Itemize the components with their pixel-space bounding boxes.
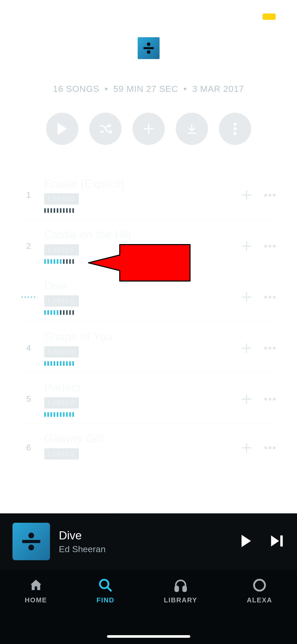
plus-icon bbox=[142, 122, 155, 136]
now-playing-indicator: ····· bbox=[21, 292, 36, 302]
svg-rect-2 bbox=[277, 15, 278, 18]
svg-point-19 bbox=[269, 398, 271, 400]
search-icon bbox=[98, 578, 113, 592]
track-actions bbox=[240, 240, 276, 252]
more-horizontal-icon bbox=[264, 398, 276, 401]
more-horizontal-icon bbox=[264, 296, 276, 299]
play-button[interactable] bbox=[46, 113, 78, 145]
album-meta: 16 SONGS • 59 MIN 27 SEC • 3 MAR 2017 bbox=[0, 84, 297, 94]
track-more-button[interactable] bbox=[264, 240, 276, 252]
svg-point-16 bbox=[269, 347, 271, 349]
home-indicator[interactable] bbox=[107, 635, 190, 638]
track-row[interactable]: 1Eraser [Explicit]LYRICS bbox=[21, 168, 276, 219]
track-title: Galway Girl bbox=[44, 432, 232, 445]
svg-point-22 bbox=[269, 446, 271, 449]
tab-label: ALEXA bbox=[247, 596, 272, 604]
meta-release-date: 3 MAR 2017 bbox=[192, 84, 244, 94]
status-icons bbox=[231, 11, 279, 22]
track-row[interactable]: 4Shape of YouLYRICS bbox=[21, 321, 276, 372]
track-body: Castle on the HillLYRICS bbox=[44, 228, 232, 264]
track-number: 6 bbox=[21, 443, 36, 452]
svg-point-28 bbox=[254, 580, 265, 591]
now-playing-controls bbox=[240, 534, 284, 549]
track-add-button[interactable] bbox=[240, 240, 253, 252]
tab-library[interactable]: LIBRARY bbox=[164, 578, 197, 604]
lyrics-badge: LYRICS bbox=[44, 244, 79, 256]
svg-rect-27 bbox=[183, 586, 186, 591]
back-button[interactable] bbox=[8, 35, 26, 53]
download-icon bbox=[185, 122, 198, 135]
now-playing-artist: Ed Sheeran bbox=[59, 544, 231, 554]
next-track-icon bbox=[270, 535, 284, 547]
track-row[interactable]: 2Castle on the HillLYRICS bbox=[21, 219, 276, 270]
download-button[interactable] bbox=[176, 113, 208, 145]
lyrics-badge: LYRICS bbox=[44, 295, 79, 307]
svg-point-13 bbox=[269, 296, 271, 298]
add-button[interactable] bbox=[132, 113, 165, 145]
track-title: Dive bbox=[44, 279, 232, 292]
now-playing-title: Dive bbox=[59, 529, 231, 542]
more-horizontal-icon bbox=[264, 446, 276, 449]
track-list[interactable]: 1Eraser [Explicit]LYRICS2Castle on the H… bbox=[0, 168, 297, 469]
header-album-art[interactable] bbox=[138, 37, 160, 59]
popularity-bars bbox=[44, 208, 232, 213]
more-horizontal-icon bbox=[264, 347, 276, 350]
track-add-button[interactable] bbox=[240, 442, 253, 454]
track-more-button[interactable] bbox=[264, 342, 276, 354]
svg-point-20 bbox=[273, 398, 276, 400]
tab-label: HOME bbox=[25, 596, 47, 604]
airplane-mode-icon bbox=[231, 11, 242, 22]
svg-point-7 bbox=[269, 194, 271, 196]
svg-point-6 bbox=[264, 194, 267, 196]
more-button[interactable] bbox=[219, 113, 251, 145]
now-playing-bar[interactable]: Dive Ed Sheeran bbox=[0, 513, 297, 570]
shuffle-button[interactable] bbox=[89, 113, 122, 145]
track-more-button[interactable] bbox=[264, 291, 276, 303]
track-body: PerfectLYRICS bbox=[44, 381, 232, 417]
tab-home[interactable]: HOME bbox=[25, 578, 47, 604]
track-more-button[interactable] bbox=[264, 189, 276, 201]
now-playing-next-button[interactable] bbox=[270, 535, 284, 548]
nav-header bbox=[0, 29, 297, 68]
track-title: Perfect bbox=[44, 381, 232, 394]
meta-songs: 16 SONGS bbox=[53, 84, 99, 94]
track-body: DiveLYRICS bbox=[44, 279, 232, 315]
now-playing-art[interactable] bbox=[12, 523, 50, 560]
tab-find[interactable]: FIND bbox=[97, 578, 115, 604]
track-number: 5 bbox=[21, 394, 36, 404]
track-add-button[interactable] bbox=[240, 291, 253, 303]
track-add-button[interactable] bbox=[240, 342, 253, 354]
popularity-bars bbox=[44, 310, 232, 315]
track-body: Galway GirlLYRICS bbox=[44, 432, 232, 463]
track-row[interactable]: 5PerfectLYRICS bbox=[21, 372, 276, 423]
now-playing-play-button[interactable] bbox=[240, 534, 252, 549]
wifi-icon bbox=[247, 12, 257, 21]
popularity-bars bbox=[44, 259, 232, 264]
track-more-button[interactable] bbox=[264, 442, 276, 454]
track-more-button[interactable] bbox=[264, 393, 276, 405]
track-actions bbox=[240, 189, 276, 201]
svg-point-11 bbox=[273, 245, 276, 247]
lyrics-badge: LYRICS bbox=[44, 346, 79, 358]
track-row[interactable]: 6Galway GirlLYRICS bbox=[21, 423, 276, 469]
track-title: Castle on the Hill bbox=[44, 228, 232, 241]
svg-point-14 bbox=[273, 296, 276, 298]
alexa-icon bbox=[252, 578, 267, 592]
tab-alexa[interactable]: ALEXA bbox=[247, 578, 272, 604]
track-number: 4 bbox=[21, 343, 36, 353]
track-add-button[interactable] bbox=[240, 189, 253, 201]
track-row[interactable]: ·····DiveLYRICS bbox=[21, 270, 276, 321]
track-actions bbox=[240, 291, 276, 303]
status-time: 18:37 bbox=[18, 11, 46, 23]
artist-name[interactable]: Ed Sheeran bbox=[0, 66, 297, 79]
svg-rect-26 bbox=[175, 586, 178, 591]
lyrics-badge: LYRICS bbox=[44, 193, 79, 205]
svg-point-18 bbox=[264, 398, 267, 400]
track-add-button[interactable] bbox=[240, 393, 253, 405]
play-icon bbox=[56, 122, 68, 136]
svg-point-8 bbox=[273, 194, 276, 196]
track-number: 2 bbox=[21, 241, 36, 251]
plus-icon bbox=[240, 189, 253, 201]
svg-point-3 bbox=[233, 123, 237, 126]
now-playing-text[interactable]: Dive Ed Sheeran bbox=[59, 529, 231, 554]
